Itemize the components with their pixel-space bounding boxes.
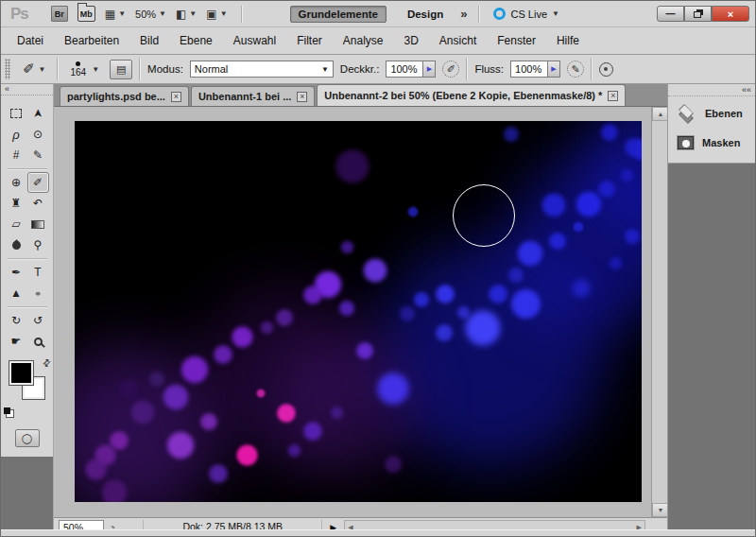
workspace-overflow-button[interactable]: » xyxy=(460,7,465,21)
chevron-down-icon: ▼ xyxy=(189,9,197,18)
tablet-pressure-opacity-icon[interactable]: ✐ xyxy=(442,61,459,78)
rectangular-marquee-icon xyxy=(10,109,22,118)
flow-field[interactable]: 100% xyxy=(510,61,548,78)
workspace-grundelemente[interactable]: Grundelemente xyxy=(290,6,387,23)
menu-filter[interactable]: Filter xyxy=(286,29,333,52)
opacity-field[interactable]: 100% xyxy=(386,61,423,78)
divider xyxy=(478,6,480,23)
menu-bearbeiten[interactable]: Bearbeiten xyxy=(54,29,129,52)
menu-analyse[interactable]: Analyse xyxy=(333,29,394,52)
arrange-documents-dropdown[interactable]: ◧ ▼ xyxy=(176,8,197,21)
tablet-pressure-flow-icon[interactable]: ✎ xyxy=(567,61,584,78)
tool-dodge[interactable]: ⚲ xyxy=(27,234,49,255)
dock-panel-ebenen[interactable]: Ebenen xyxy=(678,106,755,121)
swap-colors-icon[interactable]: ⇄ xyxy=(40,356,53,370)
tab-title: partylights.psd be... xyxy=(67,91,165,102)
bokeh-circle xyxy=(235,443,259,467)
tab-close-icon[interactable]: × xyxy=(171,92,181,102)
flow-slider-button[interactable]: ▶ xyxy=(548,61,560,78)
tool-preset-picker[interactable]: ✐ ▼ xyxy=(19,61,50,78)
tool-quick-selection[interactable]: ⊙ xyxy=(27,124,49,145)
tool-path-selection[interactable]: ▲ xyxy=(6,283,27,303)
blur-icon xyxy=(10,239,23,251)
hand-icon: ☛ xyxy=(11,335,22,348)
tool-move[interactable]: ➤ xyxy=(27,103,49,124)
screen-mode-icon: ▣ xyxy=(206,8,216,21)
close-button[interactable]: × xyxy=(712,6,749,22)
foreground-swatch[interactable] xyxy=(9,361,33,385)
tool-clone-stamp[interactable]: ♜ xyxy=(6,193,27,214)
canvas[interactable] xyxy=(75,121,642,502)
view-extras-dropdown[interactable]: ▦ ▼ xyxy=(105,8,126,21)
menu-bar: DateiBearbeitenBildEbeneAuswahlFilterAna… xyxy=(1,27,755,55)
menu-3d[interactable]: 3D xyxy=(394,29,429,52)
tool-pen[interactable]: ✒ xyxy=(6,262,27,283)
menu-ebene[interactable]: Ebene xyxy=(169,29,223,52)
tool-blur[interactable] xyxy=(6,234,27,255)
tab-close-icon[interactable]: × xyxy=(297,92,307,102)
cs-live-dropdown[interactable]: CS Live ▼ xyxy=(493,8,558,20)
menu-hilfe[interactable]: Hilfe xyxy=(546,29,590,52)
menu-datei[interactable]: Datei xyxy=(7,29,54,52)
restore-button[interactable] xyxy=(684,6,712,22)
toolbar-collapse-button[interactable]: « xyxy=(1,84,53,95)
tool-spot-healing-brush[interactable]: ⊕ xyxy=(6,172,27,193)
divider xyxy=(591,58,593,80)
default-colors-icon[interactable] xyxy=(4,407,10,414)
bridge-button[interactable]: Br xyxy=(51,6,68,22)
tool-gradient[interactable] xyxy=(27,214,49,234)
document-tab-2[interactable]: Unbenannt-1 bei ...× xyxy=(191,86,315,106)
menu-fenster[interactable]: Fenster xyxy=(487,29,546,52)
tool-brush[interactable]: ✐ xyxy=(27,172,49,193)
mini-bridge-button[interactable]: Mb xyxy=(77,6,95,22)
minimize-button[interactable]: — xyxy=(657,6,684,22)
document-tab-3[interactable]: Unbenannt-2 bei 50% (Ebene 2 Kopie, Eben… xyxy=(317,84,626,106)
crop-icon: # xyxy=(13,148,20,162)
tool-rotate-3d[interactable]: ↻ xyxy=(6,310,27,331)
quick-mask-button[interactable]: ◯ xyxy=(15,429,40,447)
bokeh-circle xyxy=(330,406,344,420)
tool-hand[interactable]: ☛ xyxy=(6,331,27,352)
menu-ansicht[interactable]: Ansicht xyxy=(429,29,487,52)
tool-lasso[interactable]: ρ xyxy=(6,124,27,145)
dock-panel-masken[interactable]: Masken xyxy=(678,136,755,149)
workspace-design[interactable]: Design xyxy=(400,7,451,22)
tool-history-brush[interactable]: ↶ xyxy=(27,193,49,214)
tool-rectangular-marquee[interactable] xyxy=(6,103,27,124)
chevron-down-icon: ▼ xyxy=(39,65,46,74)
drag-grip-icon[interactable] xyxy=(5,59,10,79)
tool-zoom[interactable] xyxy=(27,331,49,352)
brush-preset-picker[interactable]: 164 ▼ xyxy=(65,61,104,78)
bokeh-circle xyxy=(548,232,567,251)
dock-collapse-button[interactable]: «« xyxy=(668,84,755,96)
airbrush-toggle-icon[interactable] xyxy=(599,62,613,77)
blend-mode-select[interactable]: Normal ▼ xyxy=(190,61,334,78)
options-bar: ✐ ▼ 164 ▼ ▤ Modus: Normal ▼ Deckkr.: 100… xyxy=(1,55,755,84)
tool-eraser[interactable]: ▱ xyxy=(6,214,27,234)
tool-ellipse-shape[interactable]: ● xyxy=(27,283,49,303)
chevron-down-icon: ▼ xyxy=(321,65,329,74)
path-selection-icon: ▲ xyxy=(10,286,22,300)
view-extras-icon: ▦ xyxy=(105,8,115,21)
brush-tip-icon xyxy=(76,61,80,66)
cs-live-icon xyxy=(493,8,506,20)
dodge-icon: ⚲ xyxy=(34,238,43,251)
tool-eyedropper[interactable]: ✎ xyxy=(27,145,49,165)
menu-auswahl[interactable]: Auswahl xyxy=(223,29,286,52)
bokeh-circle xyxy=(624,137,642,159)
tool-type[interactable]: T xyxy=(27,262,49,283)
document-tab-1[interactable]: partylights.psd be...× xyxy=(60,86,189,106)
menu-bild[interactable]: Bild xyxy=(129,29,169,52)
tab-close-icon[interactable]: × xyxy=(608,91,618,101)
tool-orbit-3d[interactable]: ↺ xyxy=(27,310,49,331)
eyedropper-icon: ✎ xyxy=(33,148,43,162)
opacity-slider-button[interactable]: ▶ xyxy=(423,61,436,78)
tool-crop[interactable]: # xyxy=(6,145,27,165)
title-bar: Ps Br Mb ▦ ▼ 50% ▼ ◧ ▼ ▣ ▼ Grundelemente… xyxy=(1,1,755,27)
bokeh-circle xyxy=(84,458,108,481)
type-icon: T xyxy=(34,266,41,279)
tool-panel: « ➤ρ⊙#✎⊕✐♜↶▱⚲✒T▲●↻↺☛ ⇄ ◯ xyxy=(1,84,54,536)
screen-mode-dropdown[interactable]: ▣ ▼ xyxy=(206,8,227,21)
toggle-brush-panel-button[interactable]: ▤ xyxy=(110,60,132,79)
zoom-level-dropdown[interactable]: 50% ▼ xyxy=(135,9,166,20)
